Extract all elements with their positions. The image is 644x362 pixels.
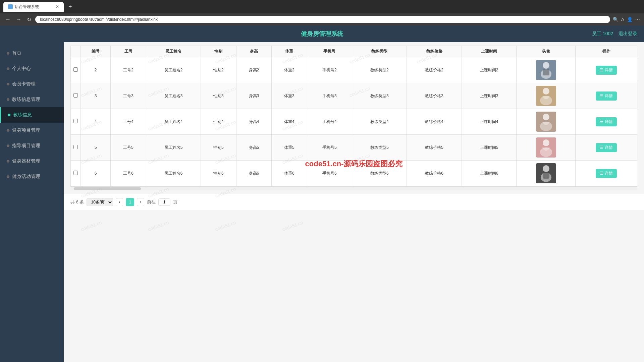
sidebar-label-trainer-mgmt: 教练信息管理 [12, 97, 40, 103]
page-1-button[interactable]: 1 [126, 198, 134, 206]
refresh-button[interactable]: ↻ [25, 15, 33, 24]
row-checkbox[interactable] [73, 171, 78, 175]
row-checkbox-cell [71, 83, 81, 109]
horizontal-scrollbar[interactable] [70, 186, 637, 190]
sidebar-label-personal: 个人中心 [12, 66, 31, 72]
detail-button[interactable]: ☰ 详情 [596, 92, 617, 101]
header-row: 编号 工号 员工姓名 性别 身高 体重 手机号 教练类型 教练价格 上课时间 头… [71, 46, 637, 57]
dot-icon [7, 144, 9, 147]
sidebar-item-guidance[interactable]: 指导项目管理 [0, 138, 64, 154]
sidebar-item-fitness-project[interactable]: 健身项目管理 [0, 123, 64, 138]
row-photo-cell [517, 57, 576, 83]
app-body: 首页 个人中心 会员卡管理 教练信息管理 教练信息 健身项目管理 指导项目管理 [0, 42, 644, 362]
row-coach-type: 教练类型2 [352, 57, 407, 83]
table-row: 6 工号6 员工姓名6 性别6 身高6 体重6 手机号6 教练类型6 教练价格6… [71, 161, 637, 186]
row-class-time: 上课时间5 [462, 135, 516, 161]
watermark: code51.cn [147, 220, 169, 232]
row-id: 6 [81, 161, 111, 186]
employee-info: 员工 1002 [592, 31, 613, 37]
next-page-button[interactable]: › [137, 198, 144, 206]
detail-button[interactable]: ☰ 详情 [596, 66, 617, 75]
row-action-cell: ☰ 详情 [576, 57, 637, 83]
row-coach-type: 教练类型5 [352, 135, 407, 161]
col-checkbox [71, 46, 81, 57]
col-coach-type: 教练类型 [352, 46, 407, 57]
row-photo-cell [517, 161, 576, 186]
detail-button[interactable]: ☰ 详情 [596, 143, 617, 152]
goto-page-input[interactable] [158, 198, 170, 206]
row-work-no: 工号3 [111, 83, 146, 109]
detail-label: 详情 [605, 119, 613, 125]
svg-point-7 [543, 139, 549, 146]
row-price: 教练价格6 [407, 161, 462, 186]
reader-icon[interactable]: A [621, 17, 624, 22]
sidebar-item-trainer-info[interactable]: 教练信息 [0, 107, 64, 123]
app-header: 健身房管理系统 员工 1002 退出登录 [0, 25, 644, 42]
sidebar-item-trainer-mgmt[interactable]: 教练信息管理 [0, 92, 64, 107]
row-id: 2 [81, 57, 111, 83]
new-tab-button[interactable]: + [66, 3, 74, 10]
detail-icon: ☰ [600, 171, 603, 176]
detail-icon: ☰ [600, 94, 603, 98]
row-class-time: 上课时间2 [462, 57, 516, 83]
row-phone: 手机号4 [307, 109, 352, 135]
table-row: 3 工号3 员工姓名3 性别3 身高3 体重3 手机号3 教练类型3 教练价格3… [71, 83, 637, 109]
row-photo-cell [517, 109, 576, 135]
sidebar-item-home[interactable]: 首页 [0, 46, 64, 61]
address-text: localhost:8080/springboot97s0t/admin/dis… [40, 17, 159, 22]
detail-icon: ☰ [600, 68, 603, 72]
logout-button[interactable]: 退出登录 [619, 31, 637, 37]
dot-icon [7, 67, 9, 70]
row-phone: 手机号5 [307, 135, 352, 161]
profile-icon[interactable]: 👤 [627, 17, 633, 22]
tab-close-icon[interactable]: ✕ [56, 4, 59, 9]
row-name: 员工姓名4 [146, 109, 201, 135]
more-icon[interactable]: ⋯ [635, 17, 640, 22]
row-checkbox-cell [71, 161, 81, 186]
address-bar[interactable]: localhost:8080/springboot97s0t/admin/dis… [35, 16, 610, 23]
header-right: 员工 1002 退出登录 [592, 31, 637, 37]
search-icon[interactable]: 🔍 [613, 17, 619, 22]
sidebar-item-equipment[interactable]: 健身器材管理 [0, 154, 64, 169]
browser-tab[interactable]: 后台管理系统 ✕ [3, 2, 64, 12]
main-content: code51.cn code51.cn code51.cn code51.cn … [64, 42, 644, 362]
row-id: 3 [81, 83, 111, 109]
forward-button[interactable]: → [15, 15, 23, 24]
row-checkbox[interactable] [73, 67, 78, 72]
sidebar-item-personal[interactable]: 个人中心 [0, 61, 64, 76]
table-header: 编号 工号 员工姓名 性别 身高 体重 手机号 教练类型 教练价格 上课时间 头… [71, 46, 637, 57]
sidebar-label-fitness-project: 健身项目管理 [12, 127, 40, 133]
sidebar-item-activities[interactable]: 健身活动管理 [0, 169, 64, 184]
prev-page-button[interactable]: ‹ [116, 198, 123, 206]
row-action-cell: ☰ 详情 [576, 135, 637, 161]
row-id: 5 [81, 135, 111, 161]
sidebar-label-membership: 会员卡管理 [12, 81, 36, 87]
row-height: 身高3 [236, 83, 271, 109]
row-checkbox[interactable] [73, 145, 78, 149]
row-id: 4 [81, 109, 111, 135]
back-button[interactable]: ← [4, 15, 12, 24]
detail-label: 详情 [605, 67, 613, 73]
pagination-bar: 共 6 条 10条/页 20条/页 50条/页 ‹ 1 › 前往 页 [64, 194, 644, 210]
col-name: 员工姓名 [146, 46, 201, 57]
row-work-no: 工号5 [111, 135, 146, 161]
detail-label: 详情 [605, 145, 613, 150]
row-name: 员工姓名6 [146, 161, 201, 186]
app-title: 健身房管理系统 [301, 30, 343, 38]
watermark: code51.cn [80, 220, 102, 232]
detail-button[interactable]: ☰ 详情 [596, 117, 617, 126]
scrollbar-thumb[interactable] [74, 187, 141, 190]
page-size-select[interactable]: 10条/页 20条/页 50条/页 [87, 198, 113, 206]
table-row: 4 工号4 员工姓名4 性别4 身高4 体重4 手机号4 教练类型4 教练价格4… [71, 109, 637, 135]
row-checkbox[interactable] [73, 93, 78, 98]
row-gender: 性别2 [201, 57, 236, 83]
detail-button[interactable]: ☰ 详情 [596, 169, 617, 178]
row-height: 身高5 [236, 135, 271, 161]
sidebar-item-membership[interactable]: 会员卡管理 [0, 76, 64, 92]
scroll-area[interactable]: 编号 工号 员工姓名 性别 身高 体重 手机号 教练类型 教练价格 上课时间 头… [70, 46, 637, 186]
row-checkbox[interactable] [73, 119, 78, 123]
table-body: 2 工号2 员工姓名2 性别2 身高2 体重2 手机号2 教练类型2 教练价格2… [71, 57, 637, 186]
table-row: 5 工号5 员工姓名5 性别5 身高5 体重5 手机号5 教练类型5 教练价格5… [71, 135, 637, 161]
col-id: 编号 [81, 46, 111, 57]
watermark: code51.cn [214, 220, 236, 232]
